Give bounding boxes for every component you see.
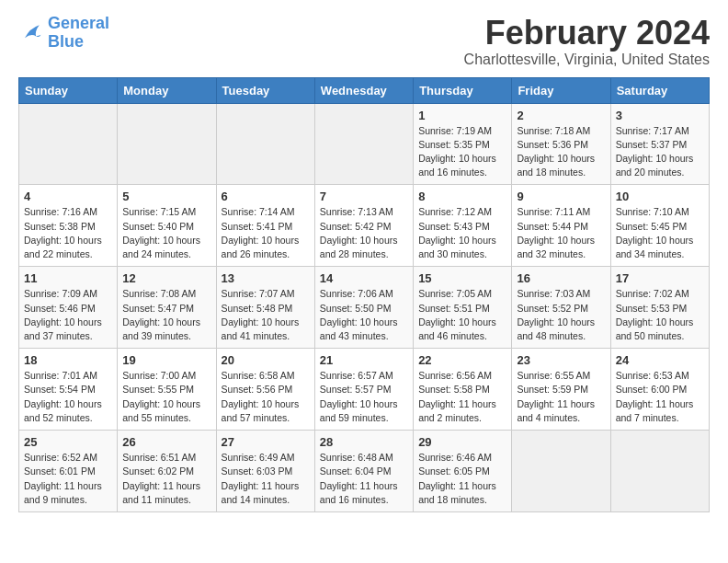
day-info: Sunrise: 7:01 AMSunset: 5:54 PMDaylight:… xyxy=(24,369,112,425)
day-number: 24 xyxy=(616,353,704,367)
day-number: 22 xyxy=(418,353,506,367)
calendar-cell: 29Sunrise: 6:46 AMSunset: 6:05 PMDayligh… xyxy=(414,431,512,512)
day-info: Sunrise: 7:09 AMSunset: 5:46 PMDaylight:… xyxy=(24,287,112,343)
calendar-cell: 1Sunrise: 7:19 AMSunset: 5:35 PMDaylight… xyxy=(414,103,512,185)
calendar-cell: 2Sunrise: 7:18 AMSunset: 5:36 PMDaylight… xyxy=(512,103,610,185)
calendar-cell: 11Sunrise: 7:09 AMSunset: 5:46 PMDayligh… xyxy=(19,267,118,349)
header-cell-sunday: Sunday xyxy=(19,77,118,103)
day-number: 21 xyxy=(320,353,408,367)
calendar-cell: 20Sunrise: 6:58 AMSunset: 5:56 PMDayligh… xyxy=(216,349,314,431)
day-info: Sunrise: 7:17 AMSunset: 5:37 PMDaylight:… xyxy=(616,124,704,180)
day-number: 18 xyxy=(24,353,112,367)
calendar-cell: 17Sunrise: 7:02 AMSunset: 5:53 PMDayligh… xyxy=(610,267,709,349)
calendar-week-5: 25Sunrise: 6:52 AMSunset: 6:01 PMDayligh… xyxy=(19,431,710,512)
day-info: Sunrise: 6:46 AMSunset: 6:05 PMDaylight:… xyxy=(418,451,506,507)
day-number: 29 xyxy=(418,435,506,449)
day-number: 27 xyxy=(222,435,310,449)
calendar-week-2: 4Sunrise: 7:16 AMSunset: 5:38 PMDaylight… xyxy=(19,185,710,267)
calendar-cell xyxy=(512,431,610,512)
calendar-cell: 14Sunrise: 7:06 AMSunset: 5:50 PMDayligh… xyxy=(314,267,413,349)
page-subtitle: Charlottesville, Virginia, United States xyxy=(464,52,710,68)
calendar-cell xyxy=(610,431,709,512)
calendar-cell: 21Sunrise: 6:57 AMSunset: 5:57 PMDayligh… xyxy=(314,349,413,431)
logo: General Blue xyxy=(18,15,109,52)
day-number: 14 xyxy=(320,271,408,285)
day-number: 10 xyxy=(616,190,704,203)
calendar-cell: 25Sunrise: 6:52 AMSunset: 6:01 PMDayligh… xyxy=(19,431,118,512)
calendar-cell: 19Sunrise: 7:00 AMSunset: 5:55 PMDayligh… xyxy=(118,349,216,431)
day-number: 19 xyxy=(122,353,210,367)
calendar-cell: 8Sunrise: 7:12 AMSunset: 5:43 PMDaylight… xyxy=(414,185,512,267)
calendar-cell: 6Sunrise: 7:14 AMSunset: 5:41 PMDaylight… xyxy=(216,185,314,267)
day-info: Sunrise: 7:18 AMSunset: 5:36 PMDaylight:… xyxy=(517,124,605,180)
day-info: Sunrise: 7:02 AMSunset: 5:53 PMDaylight:… xyxy=(616,287,704,343)
header-row: SundayMondayTuesdayWednesdayThursdayFrid… xyxy=(19,77,710,103)
day-info: Sunrise: 7:03 AMSunset: 5:52 PMDaylight:… xyxy=(517,287,605,343)
day-number: 26 xyxy=(122,435,210,449)
day-info: Sunrise: 6:52 AMSunset: 6:01 PMDaylight:… xyxy=(24,451,112,507)
header-cell-monday: Monday xyxy=(118,77,216,103)
day-info: Sunrise: 7:11 AMSunset: 5:44 PMDaylight:… xyxy=(517,205,605,261)
day-number: 9 xyxy=(517,190,605,203)
day-number: 5 xyxy=(122,190,210,203)
day-info: Sunrise: 7:00 AMSunset: 5:55 PMDaylight:… xyxy=(122,369,210,425)
calendar-week-3: 11Sunrise: 7:09 AMSunset: 5:46 PMDayligh… xyxy=(19,267,710,349)
header-cell-wednesday: Wednesday xyxy=(314,77,413,103)
day-number: 25 xyxy=(24,435,112,449)
day-info: Sunrise: 7:14 AMSunset: 5:41 PMDaylight:… xyxy=(222,205,310,261)
day-number: 6 xyxy=(222,190,310,203)
calendar-cell: 5Sunrise: 7:15 AMSunset: 5:40 PMDaylight… xyxy=(118,185,216,267)
calendar-body: 1Sunrise: 7:19 AMSunset: 5:35 PMDaylight… xyxy=(19,103,710,511)
day-info: Sunrise: 7:19 AMSunset: 5:35 PMDaylight:… xyxy=(418,124,506,180)
calendar-week-4: 18Sunrise: 7:01 AMSunset: 5:54 PMDayligh… xyxy=(19,349,710,431)
day-info: Sunrise: 7:06 AMSunset: 5:50 PMDaylight:… xyxy=(320,287,408,343)
day-number: 20 xyxy=(222,353,310,367)
day-number: 2 xyxy=(517,109,605,122)
calendar-cell: 26Sunrise: 6:51 AMSunset: 6:02 PMDayligh… xyxy=(118,431,216,512)
day-info: Sunrise: 6:58 AMSunset: 5:56 PMDaylight:… xyxy=(222,369,310,425)
calendar-cell xyxy=(19,103,118,185)
day-number: 3 xyxy=(616,109,704,122)
calendar-cell: 27Sunrise: 6:49 AMSunset: 6:03 PMDayligh… xyxy=(216,431,314,512)
day-info: Sunrise: 6:57 AMSunset: 5:57 PMDaylight:… xyxy=(320,369,408,425)
day-number: 15 xyxy=(418,271,506,285)
calendar-cell xyxy=(118,103,216,185)
day-number: 17 xyxy=(616,271,704,285)
day-number: 12 xyxy=(122,271,210,285)
day-info: Sunrise: 6:55 AMSunset: 5:59 PMDaylight:… xyxy=(517,369,605,425)
page-header: General Blue February 2024 Charlottesvil… xyxy=(18,15,710,68)
day-number: 28 xyxy=(320,435,408,449)
calendar-cell: 16Sunrise: 7:03 AMSunset: 5:52 PMDayligh… xyxy=(512,267,610,349)
day-info: Sunrise: 7:05 AMSunset: 5:51 PMDaylight:… xyxy=(418,287,506,343)
logo-text: General Blue xyxy=(48,15,109,52)
calendar-cell: 15Sunrise: 7:05 AMSunset: 5:51 PMDayligh… xyxy=(414,267,512,349)
calendar-cell: 24Sunrise: 6:53 AMSunset: 6:00 PMDayligh… xyxy=(610,349,709,431)
calendar-cell: 22Sunrise: 6:56 AMSunset: 5:58 PMDayligh… xyxy=(414,349,512,431)
calendar-cell: 12Sunrise: 7:08 AMSunset: 5:47 PMDayligh… xyxy=(118,267,216,349)
day-info: Sunrise: 7:16 AMSunset: 5:38 PMDaylight:… xyxy=(24,205,112,261)
calendar-cell: 3Sunrise: 7:17 AMSunset: 5:37 PMDaylight… xyxy=(610,103,709,185)
calendar-cell: 9Sunrise: 7:11 AMSunset: 5:44 PMDaylight… xyxy=(512,185,610,267)
day-number: 23 xyxy=(517,353,605,367)
day-number: 1 xyxy=(418,109,506,122)
calendar-cell: 4Sunrise: 7:16 AMSunset: 5:38 PMDaylight… xyxy=(19,185,118,267)
header-cell-saturday: Saturday xyxy=(610,77,709,103)
day-info: Sunrise: 6:56 AMSunset: 5:58 PMDaylight:… xyxy=(418,369,506,425)
day-info: Sunrise: 7:15 AMSunset: 5:40 PMDaylight:… xyxy=(122,205,210,261)
calendar-week-1: 1Sunrise: 7:19 AMSunset: 5:35 PMDaylight… xyxy=(19,103,710,185)
title-block: February 2024 Charlottesville, Virginia,… xyxy=(464,15,710,68)
logo-icon xyxy=(18,20,44,46)
calendar-cell: 18Sunrise: 7:01 AMSunset: 5:54 PMDayligh… xyxy=(19,349,118,431)
day-info: Sunrise: 6:48 AMSunset: 6:04 PMDaylight:… xyxy=(320,451,408,507)
header-cell-tuesday: Tuesday xyxy=(216,77,314,103)
day-number: 13 xyxy=(222,271,310,285)
day-info: Sunrise: 6:51 AMSunset: 6:02 PMDaylight:… xyxy=(122,451,210,507)
calendar-cell: 23Sunrise: 6:55 AMSunset: 5:59 PMDayligh… xyxy=(512,349,610,431)
logo-line1: General xyxy=(48,14,109,32)
logo-line2: Blue xyxy=(48,32,84,51)
calendar-cell: 10Sunrise: 7:10 AMSunset: 5:45 PMDayligh… xyxy=(610,185,709,267)
day-info: Sunrise: 6:49 AMSunset: 6:03 PMDaylight:… xyxy=(222,451,310,507)
calendar-header: SundayMondayTuesdayWednesdayThursdayFrid… xyxy=(19,77,710,103)
day-number: 7 xyxy=(320,190,408,203)
day-info: Sunrise: 7:13 AMSunset: 5:42 PMDaylight:… xyxy=(320,205,408,261)
